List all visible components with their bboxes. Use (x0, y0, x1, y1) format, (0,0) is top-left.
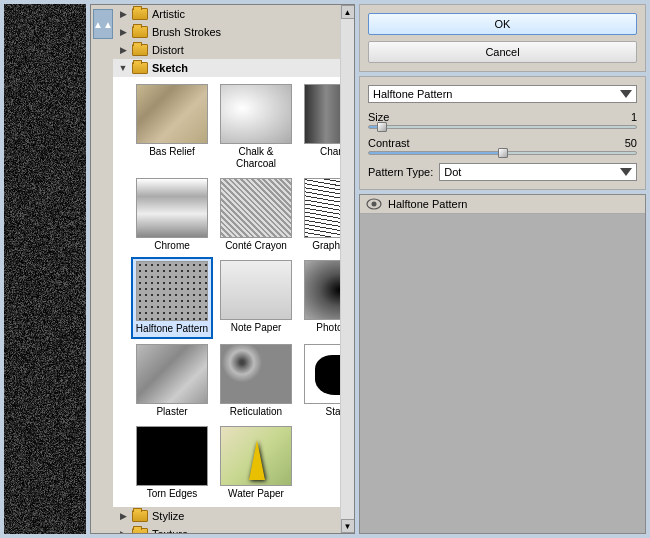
cancel-button[interactable]: Cancel (368, 41, 637, 63)
pattern-type-dropdown[interactable]: Dot Circle Line (439, 163, 637, 181)
category-texture[interactable]: ▶ Texture (113, 525, 340, 533)
water-spike (249, 440, 265, 480)
folder-icon-sketch (132, 62, 148, 74)
category-label-stylize: Stylize (152, 510, 184, 522)
thumb-label-conte: Conté Crayon (225, 240, 287, 252)
filter-thumb-conte[interactable]: Conté Crayon (215, 175, 297, 255)
ok-button[interactable]: OK (368, 13, 637, 35)
thumb-label-graphic-pen: Graphic Pen (312, 240, 340, 252)
filter-list-scrollbar[interactable]: ▲ ▼ (340, 5, 354, 533)
collapse-panel-button[interactable]: ▲▲ (93, 9, 113, 39)
category-artistic[interactable]: ▶ Artistic (113, 5, 340, 23)
filter-dropdown[interactable]: Halftone Pattern Bas Relief (368, 85, 637, 103)
size-slider-row: Size 1 (368, 111, 637, 129)
thumb-label-photocopy: Photocopy (316, 322, 340, 334)
right-panel: OK Cancel Halftone Pattern Bas Relief Si… (359, 4, 646, 534)
thumb-img-conte (220, 178, 292, 238)
thumb-img-plaster (136, 344, 208, 404)
thumb-label-reticulation: Reticulation (230, 406, 282, 418)
filter-thumb-torn-edges[interactable]: Torn Edges (131, 423, 213, 503)
contrast-label: Contrast (368, 137, 410, 149)
category-distort[interactable]: ▶ Distort (113, 41, 340, 59)
left-preview-panel (4, 4, 86, 534)
filter-thumb-graphic-pen[interactable]: Graphic Pen (299, 175, 340, 255)
size-slider-track[interactable] (368, 125, 637, 129)
thumb-label-water-paper: Water Paper (228, 488, 284, 500)
thumb-img-bas-relief (136, 84, 208, 144)
preview-area: Halftone Pattern (359, 194, 646, 534)
thumb-img-graphic-pen (304, 178, 340, 238)
category-brush-strokes[interactable]: ▶ Brush Strokes (113, 23, 340, 41)
svg-point-1 (372, 202, 377, 207)
contrast-slider-thumb[interactable] (498, 148, 508, 158)
size-label-row: Size 1 (368, 111, 637, 123)
scroll-up-arrow[interactable]: ▲ (341, 5, 355, 19)
contrast-slider-row: Contrast 50 (368, 137, 637, 155)
filter-thumb-bas-relief[interactable]: Bas Relief (131, 81, 213, 173)
thumb-label-chalk: Chalk & Charcoal (218, 146, 294, 170)
thumb-label-stamp: Stamp (326, 406, 340, 418)
thumb-img-torn-edges (136, 426, 208, 486)
filter-thumb-stamp[interactable]: Stamp (299, 341, 340, 421)
expand-arrow-distort: ▶ (117, 44, 129, 56)
expand-arrow-brush: ▶ (117, 26, 129, 38)
expand-arrow-stylize: ▶ (117, 510, 129, 522)
thumb-label-chrome: Chrome (154, 240, 190, 252)
filter-thumb-water-paper[interactable]: Water Paper (215, 423, 297, 503)
category-label-texture: Texture (152, 528, 188, 533)
main-container: ▲▲ ▶ Artistic ▶ Brush Strokes (0, 0, 650, 538)
category-stylize[interactable]: ▶ Stylize (113, 507, 340, 525)
filter-row-header: ▲▲ ▶ Artistic ▶ Brush Strokes (91, 5, 354, 533)
filter-thumb-reticulation[interactable]: Reticulation (215, 341, 297, 421)
thumb-img-photocopy (304, 260, 340, 320)
preview-filter-label: Halftone Pattern (388, 198, 468, 210)
contrast-value: 50 (607, 137, 637, 149)
scroll-down-arrow[interactable]: ▼ (341, 519, 355, 533)
thumb-label-note-paper: Note Paper (231, 322, 282, 334)
thumb-img-stamp (304, 344, 340, 404)
expand-arrow-artistic: ▶ (117, 8, 129, 20)
filter-thumb-charcoal[interactable]: Charcoal (299, 81, 340, 173)
stamp-blob (315, 355, 340, 395)
filter-list-panel: ▲▲ ▶ Artistic ▶ Brush Strokes (90, 4, 355, 534)
thumb-img-reticulation (220, 344, 292, 404)
pattern-type-row: Pattern Type: Dot Circle Line (368, 163, 637, 181)
thumb-label-halftone: Halftone Pattern (136, 323, 208, 335)
thumb-img-halftone (136, 261, 208, 321)
thumb-img-charcoal (304, 84, 340, 144)
filter-thumb-plaster[interactable]: Plaster (131, 341, 213, 421)
pattern-type-label: Pattern Type: (368, 166, 433, 178)
filter-list[interactable]: ▶ Artistic ▶ Brush Strokes ▶ Dist (113, 5, 340, 533)
ok-cancel-area: OK Cancel (359, 4, 646, 72)
contrast-slider-track[interactable] (368, 151, 637, 155)
category-label-distort: Distort (152, 44, 184, 56)
filter-thumb-chalk-charcoal[interactable]: Chalk & Charcoal (215, 81, 297, 173)
folder-icon-stylize (132, 510, 148, 522)
category-label-artistic: Artistic (152, 8, 185, 20)
thumb-label-charcoal: Charcoal (320, 146, 340, 158)
filter-scroll-wrapper: ▶ Artistic ▶ Brush Strokes ▶ Dist (113, 5, 354, 533)
controls-panel: Halftone Pattern Bas Relief Size 1 Contr… (359, 76, 646, 190)
thumb-label-torn-edges: Torn Edges (147, 488, 198, 500)
category-label-brush: Brush Strokes (152, 26, 221, 38)
preview-content (360, 214, 645, 533)
expand-arrow-sketch: ▼ (117, 62, 129, 74)
thumb-label-plaster: Plaster (156, 406, 187, 418)
preview-header: Halftone Pattern (360, 195, 645, 214)
filter-thumb-chrome[interactable]: Chrome (131, 175, 213, 255)
folder-icon-artistic (132, 8, 148, 20)
size-slider-thumb[interactable] (377, 122, 387, 132)
thumb-img-chrome (136, 178, 208, 238)
filter-thumb-note-paper[interactable]: Note Paper (215, 257, 297, 339)
folder-icon-brush (132, 26, 148, 38)
category-sketch[interactable]: ▼ Sketch (113, 59, 340, 77)
thumb-img-chalk (220, 84, 292, 144)
sketch-thumbnails-grid: Bas Relief Chalk & Charcoal Charcoal (113, 77, 340, 507)
filter-thumb-halftone[interactable]: Halftone Pattern (131, 257, 213, 339)
eye-icon (366, 198, 382, 210)
category-label-sketch: Sketch (152, 62, 188, 74)
thumb-img-water-paper (220, 426, 292, 486)
folder-icon-distort (132, 44, 148, 56)
filter-thumb-photocopy[interactable]: Photocopy (299, 257, 340, 339)
expand-arrow-texture: ▶ (117, 528, 129, 533)
